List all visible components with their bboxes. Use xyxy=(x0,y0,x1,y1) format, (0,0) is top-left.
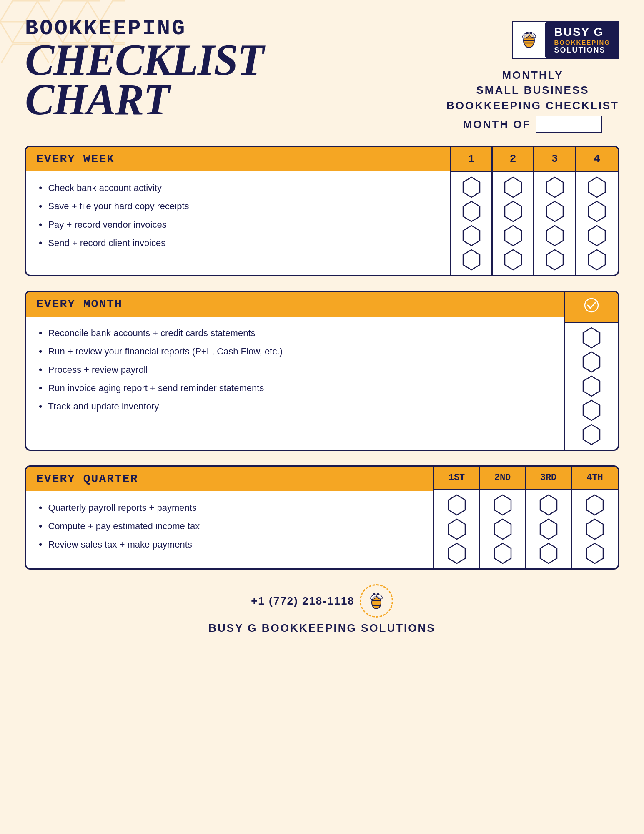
every-quarter-header: EVERY QUARTER xyxy=(26,467,433,491)
svg-marker-21 xyxy=(505,250,521,270)
week-checkbox-cols: 1 2 xyxy=(450,147,618,275)
month-item-5: • Track and update inventory xyxy=(39,397,551,416)
quarter-item-1: • Quarterly payroll reports + payments xyxy=(39,499,421,517)
bullet-icon: • xyxy=(39,502,42,514)
every-month-left: EVERY MONTH • Reconcile bank accounts + … xyxy=(26,292,564,450)
svg-marker-31 xyxy=(583,328,600,348)
bullet-icon: • xyxy=(39,201,42,212)
footer-phone: +1 (772) 218-1118 xyxy=(251,595,355,608)
every-month-section: EVERY MONTH • Reconcile bank accounts + … xyxy=(25,291,619,451)
week-col-1: 1 xyxy=(451,147,493,275)
quarter-hex-4-3[interactable] xyxy=(585,543,605,564)
svg-marker-16 xyxy=(463,226,480,246)
every-quarter-items: • Quarterly payroll reports + payments •… xyxy=(26,491,433,561)
week-item-1: • Check bank account activity xyxy=(39,179,437,197)
quarter-col-2-cells xyxy=(480,490,525,568)
quarter-col-4-cells xyxy=(572,490,618,568)
quarter-col-4: 4TH xyxy=(572,467,618,568)
quarter-hex-3-1[interactable] xyxy=(539,494,559,516)
svg-marker-33 xyxy=(583,376,600,396)
month-hex-2[interactable] xyxy=(581,351,601,373)
page-header: BOOKKEEPING CHECKLIST CHART xyxy=(25,17,619,133)
quarter-col-2: 2ND xyxy=(480,467,526,568)
week-hex-3-3[interactable] xyxy=(545,225,565,246)
week-item-1-text: Check bank account activity xyxy=(48,183,162,193)
month-item-2-text: Run + review your financial reports (P+L… xyxy=(48,346,282,357)
week-hex-4-3[interactable] xyxy=(587,225,607,246)
week-item-4-text: Send + record client invoices xyxy=(48,238,165,249)
svg-point-30 xyxy=(585,299,598,312)
month-item-3: • Process + review payroll xyxy=(39,361,551,379)
week-hex-3-1[interactable] xyxy=(545,176,565,198)
svg-marker-42 xyxy=(540,495,557,515)
title-checklist: CHECKLIST xyxy=(25,40,446,80)
month-item-1: • Reconcile bank accounts + credit cards… xyxy=(39,324,551,342)
quarter-checkbox-cols: 1ST 2ND 3RD xyxy=(433,467,618,568)
header-right: BUSY G BOOKKEEPING SOLUTIONS MONTHLY SMA… xyxy=(446,17,619,133)
week-hex-1-3[interactable] xyxy=(461,225,481,246)
svg-marker-25 xyxy=(546,250,563,270)
week-hex-4-4[interactable] xyxy=(587,249,607,271)
svg-marker-24 xyxy=(546,226,563,246)
week-hex-2-3[interactable] xyxy=(503,225,523,246)
logo-box: BUSY G BOOKKEEPING SOLUTIONS xyxy=(512,21,619,59)
week-item-3: • Pay + record vendor invoices xyxy=(39,216,437,234)
quarter-item-1-text: Quarterly payroll reports + payments xyxy=(48,502,196,513)
logo-solutions-text: SOLUTIONS xyxy=(554,46,610,55)
quarter-hex-2-3[interactable] xyxy=(493,543,513,564)
svg-marker-23 xyxy=(546,201,563,221)
every-month-inner: EVERY MONTH • Reconcile bank accounts + … xyxy=(25,291,619,451)
month-item-1-text: Reconcile bank accounts + credit cards s… xyxy=(48,328,255,339)
quarter-col-2-header: 2ND xyxy=(480,467,525,490)
quarter-hex-1-2[interactable] xyxy=(447,518,467,540)
quarter-hex-2-1[interactable] xyxy=(493,494,513,516)
quarter-item-3-text: Review sales tax + make payments xyxy=(48,539,192,550)
month-item-3-text: Process + review payroll xyxy=(48,364,148,375)
quarter-hex-2-2[interactable] xyxy=(493,518,513,540)
quarter-hex-3-2[interactable] xyxy=(539,518,559,540)
quarter-item-2-text: Compute + pay estimated income tax xyxy=(48,521,200,532)
svg-marker-36 xyxy=(449,495,465,515)
svg-marker-39 xyxy=(494,495,511,515)
svg-marker-37 xyxy=(449,519,465,539)
week-col-2: 2 xyxy=(493,147,534,275)
week-hex-1-4[interactable] xyxy=(461,249,481,271)
month-hex-3[interactable] xyxy=(581,375,601,397)
title-block: BOOKKEEPING CHECKLIST CHART xyxy=(25,17,446,119)
every-quarter-left: EVERY QUARTER • Quarterly payroll report… xyxy=(26,467,433,568)
week-hex-2-4[interactable] xyxy=(503,249,523,271)
quarter-hex-3-3[interactable] xyxy=(539,543,559,564)
week-hex-1-1[interactable] xyxy=(461,176,481,198)
logo-busy-g: BUSY G xyxy=(554,25,610,39)
month-hex-4[interactable] xyxy=(581,399,601,421)
week-hex-4-1[interactable] xyxy=(587,176,607,198)
week-hex-1-2[interactable] xyxy=(461,201,481,222)
quarter-hex-4-1[interactable] xyxy=(585,494,605,516)
bullet-icon: • xyxy=(39,364,42,376)
week-hex-3-2[interactable] xyxy=(545,201,565,222)
quarter-hex-1-3[interactable] xyxy=(447,543,467,564)
week-hex-2-1[interactable] xyxy=(503,176,523,198)
svg-marker-34 xyxy=(583,400,600,420)
svg-marker-22 xyxy=(546,177,563,197)
month-hex-5[interactable] xyxy=(581,424,601,445)
quarter-hex-1-1[interactable] xyxy=(447,494,467,516)
bullet-icon: • xyxy=(39,219,42,231)
svg-point-13 xyxy=(530,32,532,34)
month-input[interactable] xyxy=(536,116,602,133)
svg-marker-45 xyxy=(586,495,603,515)
week-hex-2-2[interactable] xyxy=(503,201,523,222)
every-month-items: • Reconcile bank accounts + credit cards… xyxy=(26,317,564,423)
month-checkbox-col xyxy=(564,292,618,450)
week-hex-3-4[interactable] xyxy=(545,249,565,271)
title-chart: CHART xyxy=(25,80,446,120)
quarter-col-1-cells xyxy=(434,490,479,568)
week-col-4-cells xyxy=(576,172,618,275)
quarter-hex-4-2[interactable] xyxy=(585,518,605,540)
quarter-col-3-cells xyxy=(526,490,571,568)
week-hex-4-2[interactable] xyxy=(587,201,607,222)
month-hex-1[interactable] xyxy=(581,327,601,349)
quarter-col-3-header: 3RD xyxy=(526,467,571,490)
bullet-icon: • xyxy=(39,237,42,249)
week-col-4-header: 4 xyxy=(576,147,618,172)
